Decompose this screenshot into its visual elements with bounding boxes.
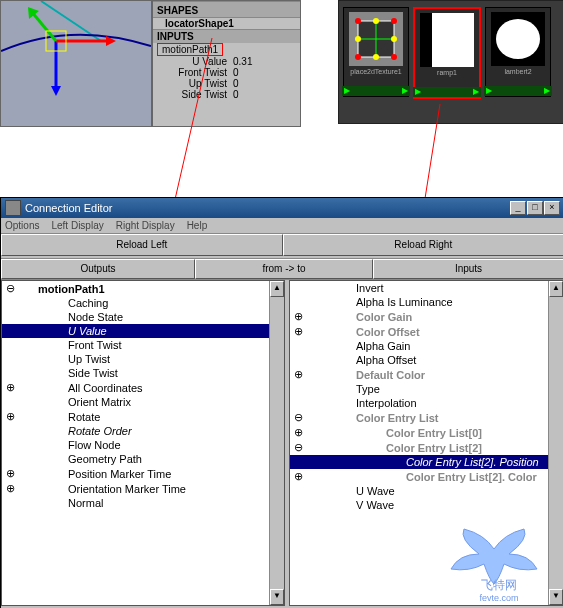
list-item[interactable]: Flow Node (2, 438, 284, 452)
shader-label: lambert2 (504, 68, 531, 75)
list-item[interactable]: ⊕Position Marker Time (2, 466, 284, 481)
list-item[interactable]: ⊕All Coordinates (2, 380, 284, 395)
expand-icon[interactable]: ⊕ (2, 410, 18, 423)
expand-icon[interactable]: ⊕ (290, 325, 306, 338)
viewport-svg (1, 1, 151, 126)
svg-point-12 (391, 18, 397, 24)
list-item[interactable]: Normal (2, 496, 284, 510)
list-item[interactable]: ⊕Orientation Marker Time (2, 481, 284, 496)
list-item[interactable]: Invert (290, 281, 563, 295)
list-item[interactable]: Type (290, 382, 563, 396)
channel-box: SHAPES locatorShape1 INPUTS motionPath1 … (152, 0, 301, 127)
collapse-icon[interactable]: ⊖ (290, 441, 306, 454)
shader-ramp[interactable]: ramp1 ▶▶ (413, 7, 481, 99)
list-item[interactable]: ⊕Color Offset (290, 324, 563, 339)
title-bar[interactable]: Connection Editor _ □ × (1, 198, 563, 218)
in-arrow-icon[interactable]: ▶ (344, 86, 350, 96)
list-item[interactable]: Front Twist (2, 338, 284, 352)
list-item[interactable]: ⊕Rotate (2, 409, 284, 424)
item-label: All Coordinates (18, 382, 143, 394)
item-label: Invert (306, 282, 384, 294)
list-item[interactable]: ⊕Default Color (290, 367, 563, 382)
front-twist-row[interactable]: Front Twist0 (153, 67, 300, 78)
list-item[interactable]: Orient Matrix (2, 395, 284, 409)
item-label: Color Entry List[2]. Position (306, 456, 539, 468)
list-item[interactable]: Caching (2, 296, 284, 310)
item-label: Normal (18, 497, 103, 509)
scroll-up-icon[interactable]: ▲ (549, 281, 563, 297)
list-item[interactable]: Alpha Gain (290, 339, 563, 353)
hypershade-panel[interactable]: place2dTexture1 ▶▶ ramp1 ▶▶ lambert2 ▶▶ (338, 0, 563, 124)
list-item[interactable]: ⊕Color Entry List[2]. Color (290, 469, 563, 484)
close-button[interactable]: × (544, 201, 560, 215)
expand-icon[interactable]: ⊕ (2, 381, 18, 394)
expand-icon[interactable]: ⊕ (290, 426, 306, 439)
menu-left-display[interactable]: Left Display (51, 220, 103, 231)
list-item[interactable]: ⊕Color Entry List[0] (290, 425, 563, 440)
connection-editor-window: Connection Editor _ □ × Options Left Dis… (0, 197, 563, 608)
out-arrow-icon[interactable]: ▶ (402, 86, 408, 96)
shader-lambert[interactable]: lambert2 ▶▶ (485, 7, 551, 97)
out-arrow-icon[interactable]: ▶ (473, 87, 479, 97)
list-item[interactable]: Interpolation (290, 396, 563, 410)
viewport-3d[interactable] (0, 0, 152, 127)
list-item[interactable]: Alpha Offset (290, 353, 563, 367)
list-item[interactable]: U Wave (290, 484, 563, 498)
locator-shape-row[interactable]: locatorShape1 (153, 18, 300, 29)
collapse-icon[interactable]: ⊖ (2, 282, 18, 295)
item-label: Node State (18, 311, 123, 323)
list-item[interactable]: V Wave (290, 498, 563, 512)
item-label: Orientation Marker Time (18, 483, 186, 495)
out-arrow-icon[interactable]: ▶ (544, 86, 550, 96)
expand-icon[interactable]: ⊕ (290, 470, 306, 483)
expand-icon[interactable]: ⊕ (290, 310, 306, 323)
shader-label: place2dTexture1 (350, 68, 401, 75)
u-value-row[interactable]: U Value0.31 (153, 56, 300, 67)
shader-place2dtexture[interactable]: place2dTexture1 ▶▶ (343, 7, 409, 97)
list-item[interactable]: ⊖motionPath1 (2, 281, 284, 296)
in-arrow-icon[interactable]: ▶ (486, 86, 492, 96)
item-label: Side Twist (18, 367, 118, 379)
list-item[interactable]: U Value (2, 324, 284, 338)
list-item[interactable]: Color Entry List[2]. Position (290, 455, 563, 469)
shapes-header: SHAPES (153, 1, 300, 18)
expand-icon[interactable]: ⊕ (2, 467, 18, 480)
list-item[interactable]: Geometry Path (2, 452, 284, 466)
scrollbar-vertical[interactable]: ▲ ▼ (548, 281, 563, 605)
menu-help[interactable]: Help (187, 220, 208, 231)
list-item[interactable]: Alpha Is Luminance (290, 295, 563, 309)
svg-point-16 (373, 54, 379, 60)
list-item[interactable]: Up Twist (2, 352, 284, 366)
menu-right-display[interactable]: Right Display (116, 220, 175, 231)
item-label: Caching (18, 297, 108, 309)
list-item[interactable]: ⊖Color Entry List (290, 410, 563, 425)
list-item[interactable]: Node State (2, 310, 284, 324)
expand-icon[interactable]: ⊕ (290, 368, 306, 381)
in-arrow-icon[interactable]: ▶ (415, 87, 421, 97)
list-item[interactable]: Rotate Order (2, 424, 284, 438)
list-item[interactable]: ⊕Color Gain (290, 309, 563, 324)
scrollbar-vertical[interactable]: ▲ ▼ (269, 281, 284, 605)
collapse-icon[interactable]: ⊖ (290, 411, 306, 424)
maximize-button[interactable]: □ (527, 201, 543, 215)
scroll-down-icon[interactable]: ▼ (270, 589, 284, 605)
side-twist-row[interactable]: Side Twist0 (153, 89, 300, 100)
svg-point-14 (391, 54, 397, 60)
scroll-down-icon[interactable]: ▼ (549, 589, 563, 605)
list-item[interactable]: ⊖Color Entry List[2] (290, 440, 563, 455)
ramp-thumb (420, 13, 474, 67)
outputs-list[interactable]: ⊖motionPath1CachingNode StateU ValueFron… (1, 280, 285, 606)
list-item[interactable]: Side Twist (2, 366, 284, 380)
reload-right-button[interactable]: Reload Right (283, 234, 564, 256)
scroll-up-icon[interactable]: ▲ (270, 281, 284, 297)
expand-icon[interactable]: ⊕ (2, 482, 18, 495)
reload-left-button[interactable]: Reload Left (1, 234, 283, 256)
inputs-list[interactable]: InvertAlpha Is Luminance⊕Color Gain⊕Colo… (289, 280, 563, 606)
menu-options[interactable]: Options (5, 220, 39, 231)
item-label: Interpolation (306, 397, 417, 409)
minimize-button[interactable]: _ (510, 201, 526, 215)
outputs-header: Outputs (1, 259, 195, 279)
from-to-button[interactable]: from -> to (195, 259, 373, 279)
motion-path-node[interactable]: motionPath1 (153, 43, 300, 56)
up-twist-row[interactable]: Up Twist0 (153, 78, 300, 89)
